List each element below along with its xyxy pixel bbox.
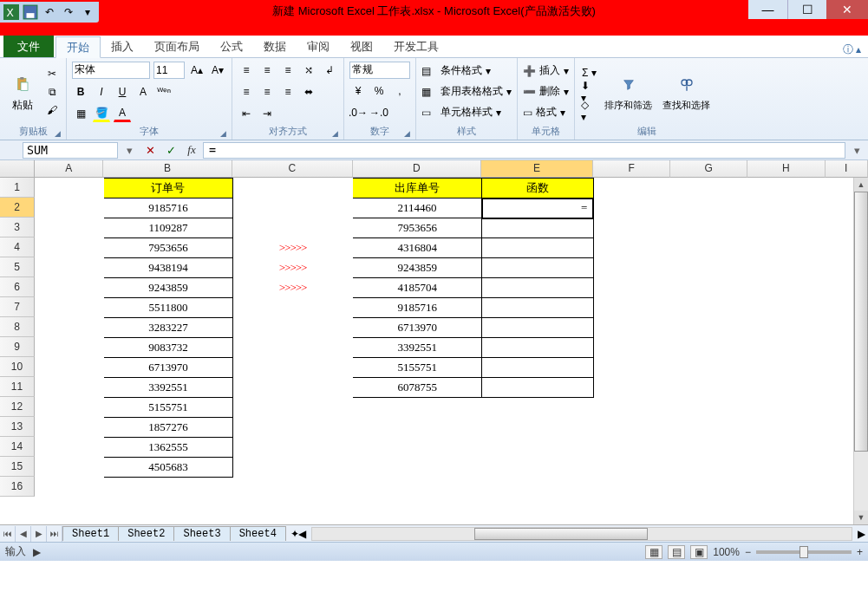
row-header-4[interactable]: 4 bbox=[0, 237, 35, 257]
cell-E12[interactable] bbox=[482, 398, 594, 418]
cell-E1[interactable]: 函数 bbox=[482, 179, 594, 198]
cell-D2[interactable]: 2114460 bbox=[353, 198, 482, 218]
scroll-left-icon[interactable]: ◀ bbox=[298, 528, 306, 540]
row-header-15[interactable]: 15 bbox=[0, 457, 35, 477]
col-header-G[interactable]: G bbox=[670, 160, 747, 178]
cell-F3[interactable] bbox=[593, 218, 670, 238]
cell-D13[interactable] bbox=[353, 418, 482, 438]
cell-E6[interactable] bbox=[482, 278, 594, 298]
col-header-F[interactable]: F bbox=[593, 160, 670, 178]
cell-H16[interactable] bbox=[747, 478, 825, 498]
font-color-icon[interactable]: A bbox=[114, 105, 131, 122]
cell-A4[interactable] bbox=[36, 238, 104, 258]
cell-G8[interactable] bbox=[670, 318, 747, 338]
row-header-7[interactable]: 7 bbox=[0, 297, 35, 317]
cell-B9[interactable]: 9083732 bbox=[104, 338, 233, 358]
align-bottom-icon[interactable]: ≡ bbox=[279, 62, 297, 79]
tab-formula[interactable]: 公式 bbox=[210, 36, 253, 57]
dialog-launcher-icon[interactable]: ◢ bbox=[55, 129, 61, 138]
cell-E10[interactable] bbox=[482, 358, 594, 378]
minimize-button[interactable]: — bbox=[748, 0, 787, 19]
view-layout-icon[interactable]: ▤ bbox=[668, 545, 685, 559]
align-top-icon[interactable]: ≡ bbox=[238, 62, 255, 79]
cell-E15[interactable] bbox=[482, 458, 594, 478]
cell-F6[interactable] bbox=[593, 278, 670, 298]
cell-C14[interactable] bbox=[232, 438, 353, 458]
cell-F12[interactable] bbox=[593, 398, 670, 418]
cell-D10[interactable]: 5155751 bbox=[353, 358, 482, 378]
align-middle-icon[interactable]: ≡ bbox=[258, 62, 276, 79]
cell-D1[interactable]: 出库单号 bbox=[353, 179, 482, 198]
row-header-3[interactable]: 3 bbox=[0, 218, 35, 237]
cell-G5[interactable] bbox=[670, 258, 747, 278]
cell-D5[interactable]: 9243859 bbox=[353, 258, 482, 278]
cell-F10[interactable] bbox=[593, 358, 670, 378]
cell-H1[interactable] bbox=[747, 179, 825, 198]
cell-D9[interactable]: 3392551 bbox=[353, 338, 482, 358]
cell-B1[interactable]: 订单号 bbox=[104, 179, 233, 198]
col-header-A[interactable]: A bbox=[35, 160, 103, 178]
cell-G10[interactable] bbox=[670, 358, 747, 378]
enter-formula-icon[interactable]: ✓ bbox=[161, 144, 180, 157]
cell-H5[interactable] bbox=[747, 258, 825, 278]
cell-C2[interactable] bbox=[232, 198, 353, 218]
cell-C8[interactable] bbox=[232, 318, 353, 338]
autosum-icon[interactable]: Σ ▾ bbox=[580, 64, 597, 81]
cell-D16[interactable] bbox=[353, 478, 482, 498]
underline-icon[interactable]: U bbox=[114, 83, 131, 101]
cell-B12[interactable]: 5155751 bbox=[104, 398, 233, 418]
merge-icon[interactable]: ⬌ bbox=[300, 83, 317, 101]
cell-G7[interactable] bbox=[670, 298, 747, 318]
col-header-I[interactable]: I bbox=[826, 160, 869, 178]
clear-icon[interactable]: ◇ ▾ bbox=[580, 102, 597, 120]
scroll-down-icon[interactable]: ▼ bbox=[854, 511, 868, 524]
cell-C7[interactable] bbox=[232, 298, 353, 318]
row-header-8[interactable]: 8 bbox=[0, 317, 35, 337]
dialog-launcher-icon[interactable]: ◢ bbox=[220, 129, 226, 138]
cell-D4[interactable]: 4316804 bbox=[353, 238, 482, 258]
sheet-last-icon[interactable]: ⏭ bbox=[47, 526, 62, 542]
excel-icon[interactable]: X bbox=[3, 4, 19, 20]
cell-A13[interactable] bbox=[36, 418, 104, 438]
cell-F7[interactable] bbox=[593, 298, 670, 318]
cell-G12[interactable] bbox=[670, 398, 747, 418]
row-header-2[interactable]: 2 bbox=[0, 198, 35, 218]
cell-C3[interactable] bbox=[232, 218, 353, 238]
cell-D12[interactable] bbox=[353, 398, 482, 418]
sheet-prev-icon[interactable]: ◀ bbox=[16, 526, 31, 542]
cells-area[interactable]: 订单号出库单号函数91857162114460=1109287795365679… bbox=[35, 178, 868, 498]
sheet-tab-sheet2[interactable]: Sheet2 bbox=[118, 526, 174, 541]
cell-H8[interactable] bbox=[747, 318, 825, 338]
cell-D8[interactable]: 6713970 bbox=[353, 318, 482, 338]
cell-A1[interactable] bbox=[36, 179, 104, 198]
align-center-icon[interactable]: ≡ bbox=[258, 83, 276, 101]
cell-E7[interactable] bbox=[482, 298, 594, 318]
indent-inc-icon[interactable]: ⇥ bbox=[258, 105, 276, 122]
cell-B10[interactable]: 6713970 bbox=[104, 358, 233, 378]
cell-C13[interactable] bbox=[232, 418, 353, 438]
cancel-formula-icon[interactable]: ✕ bbox=[140, 144, 160, 157]
scroll-right-icon[interactable]: ▶ bbox=[858, 528, 865, 540]
cell-G14[interactable] bbox=[670, 438, 747, 458]
font-big-a-icon[interactable]: A bbox=[134, 83, 152, 101]
cell-H12[interactable] bbox=[747, 398, 825, 418]
cell-B6[interactable]: 9243859 bbox=[104, 278, 233, 298]
format-button[interactable]: ▭ 格式 ▾ bbox=[523, 103, 569, 122]
cell-F15[interactable] bbox=[593, 458, 670, 478]
cell-B7[interactable]: 5511800 bbox=[104, 298, 233, 318]
cell-H13[interactable] bbox=[747, 418, 825, 438]
cell-B4[interactable]: 7953656 bbox=[104, 238, 233, 258]
cell-F14[interactable] bbox=[593, 438, 670, 458]
cell-C11[interactable] bbox=[232, 378, 353, 398]
cell-H15[interactable] bbox=[747, 458, 825, 478]
find-select-button[interactable]: 查找和选择 bbox=[659, 69, 714, 114]
cell-D14[interactable] bbox=[353, 438, 482, 458]
col-header-D[interactable]: D bbox=[353, 160, 482, 178]
cell-G6[interactable] bbox=[670, 278, 747, 298]
cell-F13[interactable] bbox=[593, 418, 670, 438]
cell-C10[interactable] bbox=[232, 358, 353, 378]
cell-D6[interactable]: 4185704 bbox=[353, 278, 482, 298]
dialog-launcher-icon[interactable]: ◢ bbox=[332, 129, 338, 138]
cut-icon[interactable]: ✂ bbox=[43, 65, 61, 82]
cell-B3[interactable]: 1109287 bbox=[104, 218, 233, 238]
